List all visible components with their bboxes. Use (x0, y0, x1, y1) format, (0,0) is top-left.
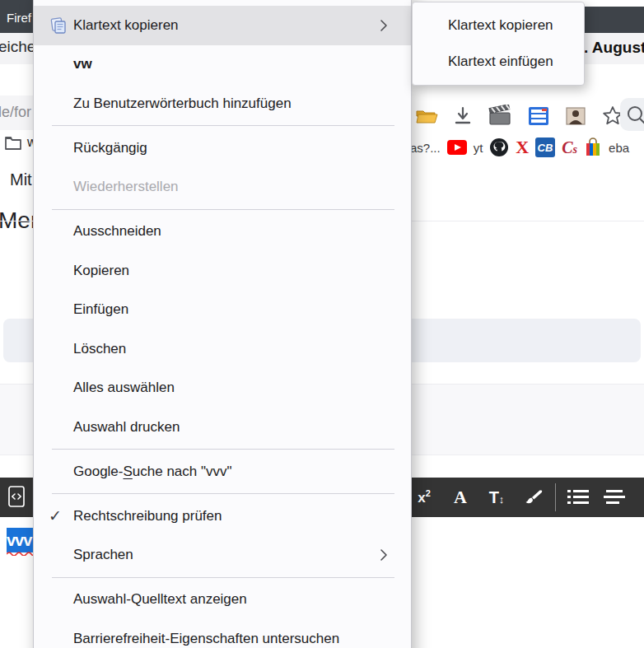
menu-item-label: Auswahl-Quelltext anzeigen (73, 591, 247, 608)
menu-item-wiederherstellen[interactable]: Wiederherstellen (34, 168, 411, 207)
view-source-icon[interactable] (7, 484, 26, 512)
browser-tab-title[interactable]: Firef (7, 11, 31, 25)
menu-item-label: vw (73, 56, 92, 72)
align-button[interactable] (600, 483, 628, 511)
selected-text[interactable]: vvv (7, 528, 35, 552)
menu-item-label: Sprachen (73, 547, 133, 563)
list-window-icon[interactable] (527, 104, 550, 128)
chevron-right-icon (380, 19, 388, 32)
submenu-item-klartext-kopieren[interactable]: Klartext kopieren (413, 7, 584, 44)
editor-toolbar-buttons: x2AT↕ (410, 478, 644, 517)
menu-item-label: Rückgängig (73, 140, 147, 156)
bookmark-label[interactable]: as?... (410, 141, 441, 155)
youtube-icon[interactable] (447, 140, 467, 155)
search-box[interactable] (620, 98, 644, 131)
bookmarks-bar: as?...ytXCBCseba (410, 133, 644, 161)
photo-person-icon[interactable] (565, 104, 586, 128)
spellcheck-squiggle (7, 551, 36, 556)
menu-item-rechtschreibung-pr-fen[interactable]: ✓Rechtschreibung prüfen (34, 496, 411, 536)
bookmark-label[interactable]: yt (474, 141, 483, 155)
menu-item-google-suche-nach-vvv[interactable]: Google-Suche nach "vvv" (34, 452, 411, 492)
open-folder-icon[interactable] (415, 104, 438, 128)
date-text: . August (584, 39, 644, 57)
magnifier-icon (626, 105, 644, 124)
copy-pages-icon (47, 16, 70, 35)
menu-item-alles-ausw-hlen[interactable]: Alles auswählen (34, 369, 411, 408)
text-size-button[interactable]: T↕ (483, 483, 511, 511)
github-icon[interactable] (489, 138, 509, 157)
menu-item-kopieren[interactable]: Kopieren (34, 251, 411, 291)
menu-item-ausschneiden[interactable]: Ausschneiden (34, 212, 411, 252)
context-menu: Klartext kopierenvwZu Benutzerwörterbuch… (33, 0, 412, 648)
menu-item-label: Kopieren (73, 263, 129, 279)
x-red-icon[interactable]: X (516, 137, 529, 158)
checkmark-icon: ✓ (49, 506, 62, 525)
menu-item-label: Auswahl drucken (73, 419, 180, 436)
menu-separator (52, 209, 394, 210)
url-text: le/for (0, 104, 31, 121)
menu-item-label: Google-Suche nach "vvv" (73, 464, 232, 480)
menu-item-label: Klartext kopieren (73, 17, 179, 34)
menu-item-klartext-kopieren[interactable]: Klartext kopieren (34, 6, 411, 45)
page-text-fragment: Mit (10, 170, 32, 189)
svg-text:CB: CB (538, 142, 553, 154)
menu-item-auswahl-drucken[interactable]: Auswahl drucken (34, 408, 411, 447)
browser-titlebar (0, 0, 34, 7)
chevron-right-icon (380, 548, 388, 562)
menu-item-label: Rechtschreibung prüfen (73, 508, 222, 524)
bookmark-item-w[interactable]: w (4, 134, 37, 151)
menu-separator (52, 577, 394, 578)
nav-toolbar (415, 100, 621, 132)
font-style-button[interactable]: A (446, 483, 474, 511)
submenu-item-klartext-einf-gen[interactable]: Klartext einfügen (413, 44, 584, 80)
ebay-bag-icon[interactable] (584, 138, 602, 157)
menu-item-label: Ausschneiden (73, 223, 161, 240)
superscript-button[interactable]: x2 (410, 483, 438, 511)
menu-item-r-ckg-ngig[interactable]: Rückgängig (34, 128, 411, 168)
menu-item-label: Einfügen (73, 301, 128, 318)
menu-item-l-schen[interactable]: Löschen (34, 329, 411, 369)
bookmark-label[interactable]: eba (609, 141, 629, 155)
context-submenu: Klartext kopierenKlartext einfügen (412, 2, 585, 86)
menu-item-sprachen[interactable]: Sprachen (34, 536, 411, 576)
menu-item-label: Barrierefreiheit-Eigenschaften untersuch… (73, 631, 339, 647)
screenshot-root: Firef eiche . August le/for w as?...ytXC… (0, 0, 644, 648)
menu-separator (52, 493, 394, 494)
menu-item-label: Zu Benutzerwörterbuch hinzufügen (73, 96, 292, 112)
cs-icon[interactable]: Cs (562, 138, 577, 157)
bullet-list-button[interactable] (564, 483, 592, 511)
menu-item-barrierefreiheit-eigenschaften-untersuchen[interactable]: Barrierefreiheit-Eigenschaften untersuch… (34, 619, 411, 648)
toolbar-separator (555, 483, 556, 511)
folder-outline-icon (4, 134, 22, 151)
menu-item-label: Alles auswählen (73, 380, 175, 396)
menu-item-label: Löschen (73, 341, 126, 357)
menu-item-einf-gen[interactable]: Einfügen (34, 291, 411, 330)
sub-header-left-text: eiche (0, 38, 35, 56)
menu-separator (52, 449, 394, 450)
menu-item-zu-benutzerw-rterbuch-hinzuf-gen[interactable]: Zu Benutzerwörterbuch hinzufügen (34, 84, 411, 124)
menu-item-auswahl-quelltext-anzeigen[interactable]: Auswahl-Quelltext anzeigen (34, 580, 411, 620)
format-brush-button[interactable] (519, 483, 547, 511)
menu-item-label: Wiederherstellen (73, 179, 179, 195)
menu-item-vw[interactable]: vw (34, 45, 411, 85)
menu-separator (52, 125, 394, 126)
download-icon[interactable] (453, 104, 473, 128)
clapperboard-icon[interactable] (488, 104, 512, 128)
cb-icon[interactable]: CB (535, 138, 555, 157)
